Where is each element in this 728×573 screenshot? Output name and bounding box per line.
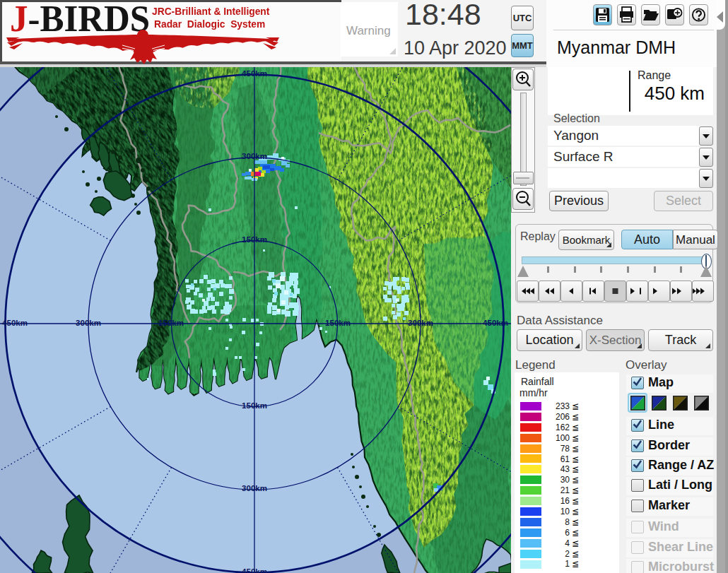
svg-text:150km: 150km bbox=[242, 401, 267, 410]
svg-text:150km: 150km bbox=[325, 319, 351, 327]
svg-text:450km: 450km bbox=[483, 319, 508, 327]
svg-text:300km: 300km bbox=[408, 319, 433, 327]
svg-text:450km: 450km bbox=[242, 567, 267, 573]
svg-text:150km: 150km bbox=[158, 319, 184, 327]
svg-text:150km: 150km bbox=[242, 235, 267, 244]
svg-text:300km: 300km bbox=[242, 484, 267, 492]
svg-text:300km: 300km bbox=[242, 152, 267, 160]
svg-text:450km: 450km bbox=[2, 319, 28, 327]
svg-text:300km: 300km bbox=[76, 319, 101, 327]
